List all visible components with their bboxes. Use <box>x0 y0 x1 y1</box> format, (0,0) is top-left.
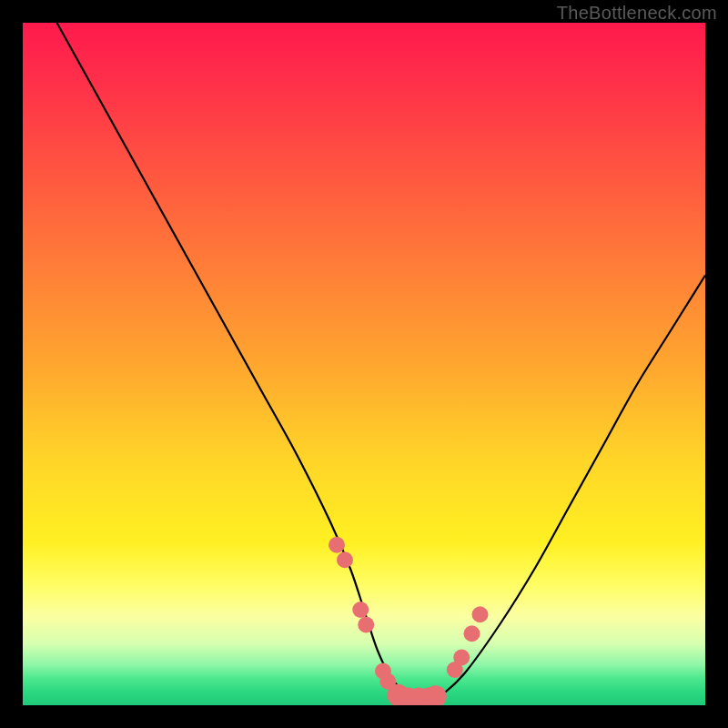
chart-svg <box>23 23 705 705</box>
data-marker <box>358 617 374 633</box>
data-marker <box>464 625 480 642</box>
watermark-text: TheBottleneck.com <box>557 3 717 24</box>
plot-area <box>23 23 705 705</box>
data-marker <box>472 606 489 622</box>
curve-line <box>57 23 706 699</box>
data-marker <box>453 650 470 666</box>
data-marker <box>352 602 369 618</box>
chart-frame: TheBottleneck.com <box>0 0 728 728</box>
data-marker <box>337 551 353 568</box>
data-marker <box>329 537 345 553</box>
